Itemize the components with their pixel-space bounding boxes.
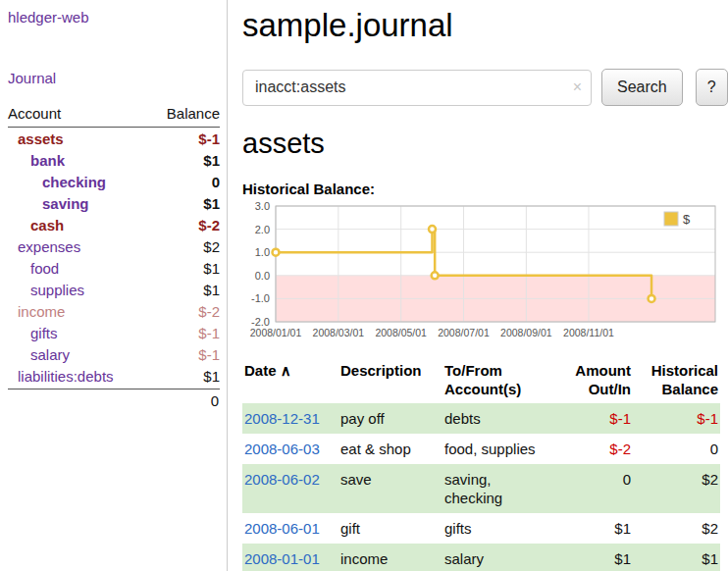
account-link[interactable]: income — [8, 303, 65, 320]
register-row: 2008-06-01giftgifts$1$2 — [242, 513, 720, 544]
column-header-amount-line1: Amount — [575, 362, 631, 379]
svg-text:2008/11/01: 2008/11/01 — [563, 327, 614, 338]
column-header-date-label: Date — [244, 362, 277, 379]
account-link[interactable]: saving — [8, 195, 89, 212]
transaction-balance: $2 — [633, 513, 720, 544]
svg-text:2.0: 2.0 — [255, 224, 270, 235]
transaction-description: eat & shop — [338, 434, 442, 464]
search-button[interactable]: Search — [601, 69, 683, 106]
account-link[interactable]: cash — [8, 217, 64, 234]
account-link[interactable]: expenses — [8, 238, 80, 255]
account-link[interactable]: liabilities:debts — [8, 368, 114, 385]
search-input[interactable] — [242, 70, 592, 106]
column-header-accounts-line1: To/From — [444, 362, 502, 379]
account-row: cash$-2 — [8, 214, 220, 235]
transaction-accounts: salary — [442, 544, 552, 571]
account-row: bank$1 — [8, 149, 220, 171]
transaction-date-link[interactable]: 2008-01-01 — [244, 550, 320, 567]
account-row: assets$-1 — [8, 128, 220, 149]
accounts-header: Account Balance — [8, 103, 220, 128]
svg-text:1.0: 1.0 — [255, 246, 270, 258]
accounts-total: 0 — [8, 389, 220, 409]
svg-text:2008/05/01: 2008/05/01 — [375, 327, 427, 338]
transaction-description: pay off — [338, 403, 442, 434]
transaction-description: income — [338, 544, 442, 571]
transaction-date-link[interactable]: 2008-06-01 — [244, 520, 320, 537]
account-row: saving$1 — [8, 192, 220, 214]
account-row: checking0 — [8, 171, 220, 192]
transaction-date-cell: 2008-06-02 — [242, 464, 338, 513]
main-content: sample.journal × Search ? assets Histori… — [228, 0, 728, 571]
account-link[interactable]: checking — [8, 174, 106, 190]
account-balance: $1 — [203, 282, 220, 298]
clear-search-icon[interactable]: × — [573, 78, 582, 97]
app-window: hledger-web Journal Account Balance asse… — [0, 0, 728, 571]
transaction-accounts: debts — [442, 403, 552, 434]
column-header-description: Description — [338, 357, 442, 403]
account-row: supplies$1 — [8, 279, 220, 300]
account-row: food$1 — [8, 257, 220, 279]
transaction-date-link[interactable]: 2008-06-03 — [244, 441, 320, 457]
transaction-date-link[interactable]: 2008-12-31 — [244, 410, 320, 427]
sidebar: hledger-web Journal Account Balance asse… — [0, 0, 228, 571]
column-header-accounts-line2: Account(s) — [444, 381, 521, 397]
app-title-link[interactable]: hledger-web — [8, 9, 89, 26]
search-box: × — [242, 70, 592, 106]
account-row: income$-2 — [8, 300, 220, 322]
column-header-balance-line1: Historical — [651, 362, 718, 379]
legend-label: $ — [683, 212, 691, 227]
column-header-date[interactable]: Date ∧ — [242, 357, 338, 403]
column-header-amount-line2: Out/In — [589, 381, 631, 397]
account-balance: $-1 — [198, 325, 220, 341]
account-link[interactable]: food — [8, 260, 59, 277]
legend-swatch — [664, 212, 678, 226]
column-header-balance: HistoricalBalance — [633, 357, 720, 403]
historical-balance-chart: 3.02.01.00.0-1.0-2.02008/01/012008/03/01… — [242, 200, 720, 347]
account-balance: $1 — [203, 368, 220, 385]
transaction-accounts: saving, checking — [442, 464, 552, 513]
account-row: liabilities:debts$1 — [8, 365, 220, 387]
column-header-amount: AmountOut/In — [552, 357, 633, 403]
account-link[interactable]: gifts — [8, 325, 58, 341]
register-row: 2008-06-02savesaving, checking0$2 — [242, 464, 720, 513]
column-header-balance-line2: Balance — [661, 381, 718, 397]
transaction-balance: $-1 — [633, 403, 720, 434]
accounts-list: assets$-1bank$1checking0saving$1cash$-2e… — [8, 128, 220, 387]
svg-text:2008/03/01: 2008/03/01 — [313, 327, 365, 338]
search-form: × Search ? — [242, 69, 728, 106]
register-header-row: Date ∧ Description To/FromAccount(s) Amo… — [242, 357, 720, 403]
column-header-description-label: Description — [340, 362, 422, 379]
help-button[interactable]: ? — [696, 69, 728, 106]
transaction-amount: $1 — [552, 513, 633, 544]
svg-text:3.0: 3.0 — [255, 200, 270, 212]
transaction-balance: 0 — [633, 434, 720, 464]
svg-text:0.0: 0.0 — [255, 270, 270, 282]
account-balance: $1 — [203, 260, 220, 277]
accounts-header-balance: Balance — [167, 105, 220, 122]
transaction-amount: 0 — [552, 464, 633, 513]
register-row: 2008-12-31pay offdebts$-1$-1 — [242, 403, 720, 434]
account-row: expenses$2 — [8, 235, 220, 257]
account-balance: $-2 — [198, 303, 220, 320]
account-link[interactable]: salary — [8, 346, 70, 363]
account-title: assets — [242, 128, 728, 160]
account-link[interactable]: supplies — [8, 282, 84, 298]
transaction-amount: $-2 — [552, 434, 633, 464]
accounts-header-account: Account — [8, 105, 61, 122]
sidebar-journal-link[interactable]: Journal — [8, 70, 220, 86]
transaction-date-cell: 2008-01-01 — [242, 544, 338, 571]
transaction-balance: $2 — [633, 464, 720, 513]
account-row: gifts$-1 — [8, 322, 220, 343]
account-balance: 0 — [212, 174, 220, 190]
transaction-balance: $1 — [633, 544, 720, 571]
transaction-description: save — [338, 464, 442, 513]
transaction-amount: $-1 — [552, 403, 633, 434]
account-link[interactable]: assets — [8, 130, 64, 147]
accounts-panel: Account Balance assets$-1bank$1checking0… — [8, 103, 220, 409]
account-balance: $1 — [203, 152, 220, 169]
sort-ascending-icon: ∧ — [281, 362, 291, 379]
account-link[interactable]: bank — [8, 152, 65, 169]
account-balance: $1 — [203, 195, 220, 212]
account-row: salary$-1 — [8, 343, 220, 365]
transaction-date-link[interactable]: 2008-06-02 — [244, 471, 320, 488]
